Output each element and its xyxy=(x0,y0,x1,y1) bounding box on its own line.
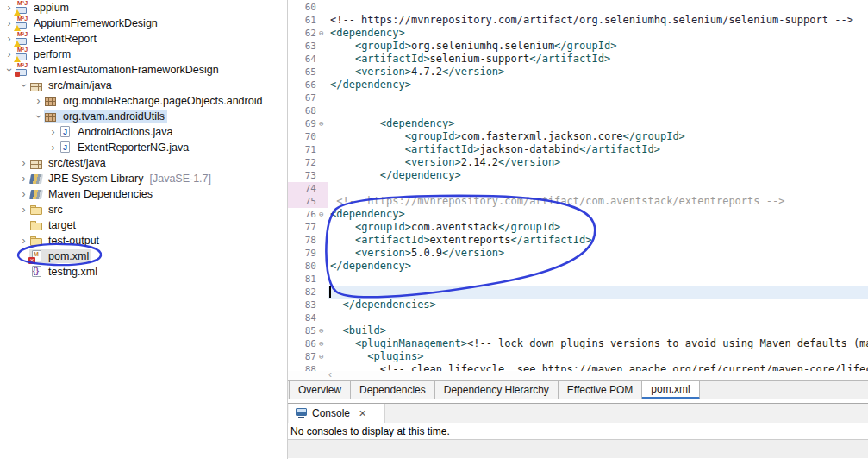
code-line-65[interactable]: 65 <version>4.7.2</version> xyxy=(288,66,868,79)
code-line-66[interactable]: 66</dependency> xyxy=(288,79,868,91)
warning-decorator-icon xyxy=(14,41,21,47)
scroll-left-icon[interactable]: ‹ xyxy=(328,368,332,380)
chevron-right-icon[interactable]: › xyxy=(18,189,29,199)
fold-spacer xyxy=(319,79,328,91)
code-line-87[interactable]: 87⊖ <plugins> xyxy=(288,350,868,363)
code-line-71[interactable]: 71 <artifactId>jackson-databind</artifac… xyxy=(288,143,868,156)
fold-collapse-icon[interactable]: ⊖ xyxy=(319,337,328,350)
chevron-right-icon[interactable]: › xyxy=(18,236,29,246)
fold-collapse-icon[interactable]: ⊖ xyxy=(319,117,328,130)
warning-decorator-icon xyxy=(14,9,21,16)
fold-collapse-icon[interactable]: ⊖ xyxy=(319,350,328,363)
tree-item-src-test-java[interactable]: ›src/test/java xyxy=(0,155,287,171)
tree-item-label: test-output xyxy=(47,235,102,248)
line-number: 82 xyxy=(288,286,319,299)
code-line-85[interactable]: 85⊖ <build> xyxy=(288,324,868,337)
tab-pom-xml[interactable]: pom.xml xyxy=(642,381,699,399)
tree-item-org-tvam-androidutils[interactable]: ›org.tvam.androidUtils xyxy=(0,109,287,124)
chevron-down-icon[interactable]: › xyxy=(33,111,44,122)
tab-effective-pom[interactable]: Effective POM xyxy=(559,381,642,399)
code-line-88[interactable]: 88 <!-- clean lifecycle, see https://mav… xyxy=(288,363,868,371)
library-icon xyxy=(29,172,44,185)
code-line-81[interactable]: 81 xyxy=(288,273,868,286)
line-number: 66 xyxy=(288,79,319,91)
fold-spacer xyxy=(319,169,328,182)
tab-dependencies[interactable]: Dependencies xyxy=(351,381,435,399)
line-number: 86 xyxy=(288,337,319,350)
code-line-77[interactable]: 77 <groupId>com.aventstack</groupId> xyxy=(288,221,868,234)
code-text: <!-- https://mvnrepository.com/artifact/… xyxy=(328,14,868,27)
code-line-69[interactable]: 69⊖ <dependency> xyxy=(288,117,868,130)
tree-item-src[interactable]: ›src xyxy=(0,202,287,217)
tree-item-test-output[interactable]: ›test-output xyxy=(0,233,287,248)
code-line-84[interactable]: 84 xyxy=(288,311,868,324)
code-line-75[interactable]: 75 <!-- https://mvnrepository.com/artifa… xyxy=(288,195,868,208)
code-line-83[interactable]: 83 </dependencies> xyxy=(288,299,868,311)
code-line-68[interactable]: 68 xyxy=(288,104,868,117)
code-line-78[interactable]: 78 <artifactId>extentreports</artifactId… xyxy=(288,234,868,247)
line-number: 81 xyxy=(288,273,319,286)
package-icon xyxy=(44,110,59,123)
line-number: 78 xyxy=(288,234,319,247)
code-line-60[interactable]: 60 xyxy=(288,1,868,14)
tree-item-extentreport[interactable]: ›M²JExtentReport xyxy=(0,31,287,47)
tab-dependency-hierarchy[interactable]: Dependency Hierarchy xyxy=(435,381,559,399)
fold-collapse-icon[interactable]: ⊖ xyxy=(319,27,328,40)
code-line-82[interactable]: 82 xyxy=(288,286,868,299)
code-line-79[interactable]: 79 <version>5.0.9</version> xyxy=(288,247,868,260)
chevron-right-icon[interactable]: › xyxy=(47,142,59,153)
editor-horizontal-scrollbar[interactable]: ‹ xyxy=(288,371,868,380)
code-line-64[interactable]: 64 <artifactId>selenium-support</artifac… xyxy=(288,53,868,66)
fold-collapse-icon[interactable]: ⊖ xyxy=(319,208,328,221)
tree-item-jre-system-library[interactable]: ›JRE System Library[JavaSE-1.7] xyxy=(0,171,287,186)
tree-item-src-main-java[interactable]: ›src/main/java xyxy=(0,78,287,93)
tree-item-target[interactable]: target xyxy=(0,217,287,233)
chevron-down-icon[interactable]: › xyxy=(3,65,15,75)
chevron-right-icon[interactable]: › xyxy=(33,96,44,106)
tree-item-appiumfremeworkdesign[interactable]: ›M²JAppiumFremeworkDesign xyxy=(0,16,287,31)
pom-xml-editor[interactable]: 6061<!-- https://mvnrepository.com/artif… xyxy=(288,0,868,371)
console-footer xyxy=(288,440,868,458)
code-line-62[interactable]: 62⊖<dependency> xyxy=(288,27,868,40)
code-line-73[interactable]: 73 </dependency> xyxy=(288,169,868,182)
tree-item-perform[interactable]: ›M²Jperform xyxy=(0,47,287,62)
tree-label-wrap: JExtentReporterNG.java xyxy=(59,141,191,154)
tree-item-maven-dependencies[interactable]: ›Maven Dependencies xyxy=(0,186,287,202)
java-file-icon: J xyxy=(59,141,73,154)
fold-spacer xyxy=(319,53,328,66)
chevron-down-icon[interactable]: › xyxy=(18,80,29,91)
code-line-74[interactable]: 74 xyxy=(288,182,868,195)
tree-item-extentreporterng-java[interactable]: ›JExtentReporterNG.java xyxy=(0,140,287,155)
fold-spacer xyxy=(319,91,328,104)
tree-item-label: AndroidActions.java xyxy=(76,126,175,139)
code-text: <build> xyxy=(328,324,868,337)
tree-item-tvamtestautomationframeworkdesign[interactable]: ›M²JtvamTestAutomationFrameworkDesign xyxy=(0,62,287,78)
tree-item-org-mobilerecharge-pageobjects-android[interactable]: ›org.mobileRecharge.pageObjects.android xyxy=(0,93,287,109)
tab-overview[interactable]: Overview xyxy=(289,381,351,399)
line-number: 63 xyxy=(288,40,319,53)
chevron-right-icon[interactable]: › xyxy=(18,173,29,184)
code-line-80[interactable]: 80</dependency> xyxy=(288,260,868,273)
code-text: <plugins> xyxy=(328,350,868,363)
fold-spacer xyxy=(319,130,328,143)
code-line-72[interactable]: 72 <version>2.14.2</version> xyxy=(288,156,868,169)
tab-console[interactable]: Console ✕ xyxy=(289,404,385,423)
tree-item-androidactions-java[interactable]: ›JAndroidActions.java xyxy=(0,124,287,140)
chevron-right-icon[interactable]: › xyxy=(18,204,29,215)
chevron-right-icon[interactable]: › xyxy=(47,127,59,137)
fold-spacer xyxy=(319,234,328,247)
fold-collapse-icon[interactable]: ⊖ xyxy=(319,324,328,337)
close-icon[interactable]: ✕ xyxy=(359,408,366,419)
tree-item-appium[interactable]: ›M²Jappium xyxy=(0,0,287,16)
code-line-76[interactable]: 76⊖<dependency> xyxy=(288,208,868,221)
code-line-61[interactable]: 61<!-- https://mvnrepository.com/artifac… xyxy=(288,14,868,27)
code-line-67[interactable]: 67 xyxy=(288,91,868,104)
code-text: </dependency> xyxy=(328,169,868,182)
chevron-right-icon[interactable]: › xyxy=(18,158,29,168)
code-line-70[interactable]: 70 <groupId>com.fasterxml.jackson.core</… xyxy=(288,130,868,143)
code-text: </dependency> xyxy=(328,260,868,273)
tree-item-pom-xml[interactable]: M✕pom.xml xyxy=(0,248,287,264)
tree-item-testng-xml[interactable]: {}testng.xml xyxy=(0,264,287,280)
code-line-63[interactable]: 63 <groupId>org.seleniumhq.selenium</gro… xyxy=(288,40,868,53)
code-line-86[interactable]: 86⊖ <pluginManagement><!-- lock down plu… xyxy=(288,337,868,350)
